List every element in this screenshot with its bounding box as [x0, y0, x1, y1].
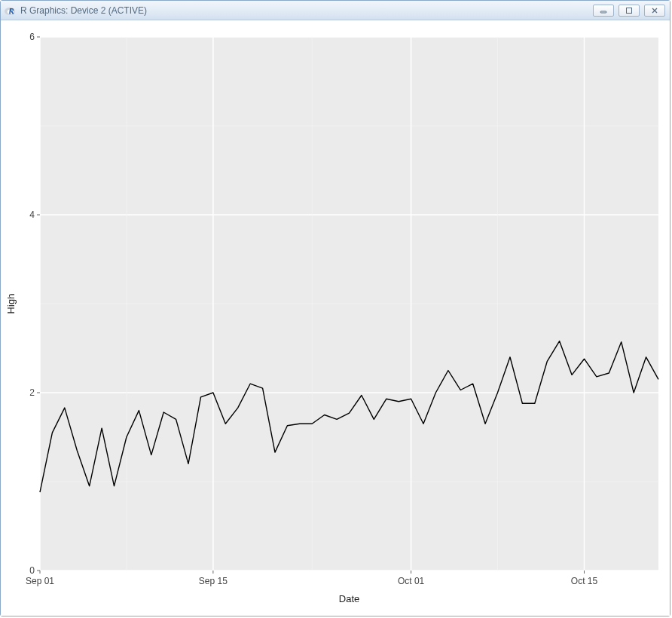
minimize-icon — [600, 7, 607, 14]
maximize-button[interactable] — [619, 5, 640, 17]
maximize-icon — [625, 7, 633, 14]
close-button[interactable] — [644, 5, 665, 17]
window-title: R Graphics: Device 2 (ACTIVE) — [20, 5, 593, 16]
x-axis-title: Date — [339, 593, 359, 604]
app-window: R Graphics: Device 2 (ACTIVE) 0246Sep 01… — [0, 0, 670, 616]
x-tick-label: Oct 15 — [571, 576, 598, 586]
svg-rect-3 — [627, 8, 632, 13]
y-tick-label: 4 — [29, 210, 35, 220]
minimize-button[interactable] — [593, 5, 614, 17]
r-app-icon — [4, 5, 16, 17]
y-axis-title: High — [5, 294, 17, 314]
y-tick-label: 0 — [29, 565, 35, 576]
close-icon — [651, 7, 658, 14]
svg-rect-2 — [600, 11, 606, 13]
chart-canvas: 0246Sep 01Sep 15Oct 01Oct 15DateHigh — [1, 20, 670, 616]
x-tick-label: Oct 01 — [398, 576, 425, 586]
y-tick-label: 2 — [29, 387, 35, 398]
plot-device: 0246Sep 01Sep 15Oct 01Oct 15DateHigh — [1, 20, 670, 616]
titlebar: R Graphics: Device 2 (ACTIVE) — [1, 1, 670, 20]
x-tick-label: Sep 01 — [26, 576, 54, 586]
y-tick-label: 6 — [29, 32, 35, 42]
window-controls — [593, 5, 665, 17]
x-tick-label: Sep 15 — [199, 576, 228, 586]
